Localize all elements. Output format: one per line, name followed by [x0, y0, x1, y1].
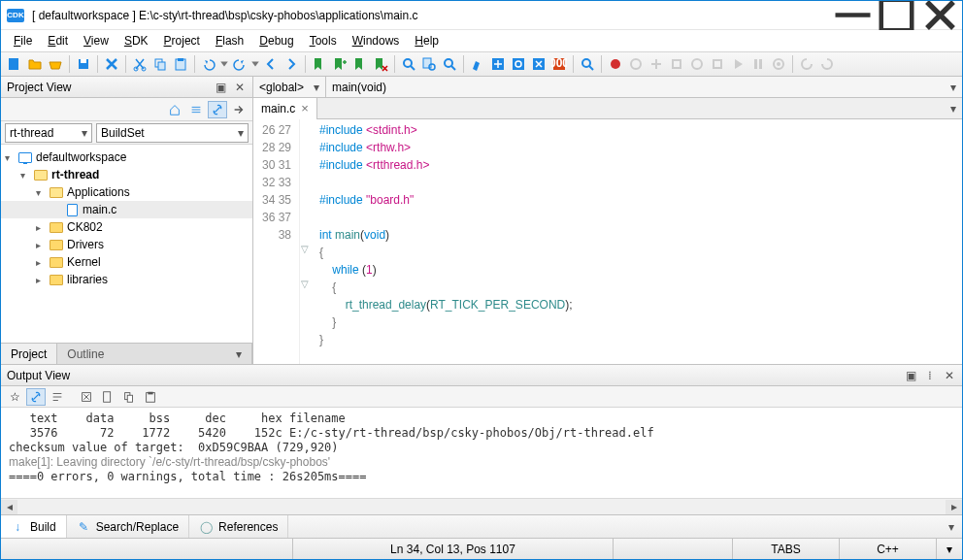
- output-scrollbar[interactable]: ◂ ▸: [1, 498, 962, 514]
- project-tree[interactable]: ▾defaultworkspace▾rt-thread▾Applications…: [1, 145, 252, 343]
- output-paste-icon[interactable]: [141, 388, 160, 406]
- bottom-tabs-menu-icon[interactable]: ▾: [941, 520, 962, 534]
- bookmark-clear-icon[interactable]: [371, 54, 390, 74]
- open-folder-icon[interactable]: [25, 54, 45, 74]
- tree-item-libraries[interactable]: ▸libraries: [1, 271, 252, 288]
- bookmark-toggle-icon[interactable]: [330, 54, 349, 74]
- tree-item-rt-thread[interactable]: ▾rt-thread: [1, 166, 252, 183]
- output-save-icon[interactable]: [98, 388, 117, 406]
- tree-item-kernel[interactable]: ▸Kernel: [1, 253, 252, 271]
- close-tab-icon[interactable]: ×: [301, 101, 309, 115]
- maximize-button[interactable]: [875, 1, 918, 30]
- main-toolbar: 000: [1, 51, 962, 77]
- panel-close-icon[interactable]: ✕: [233, 81, 247, 94]
- debug-tool4-icon[interactable]: [687, 54, 707, 74]
- tree-item-applications[interactable]: ▾Applications: [1, 183, 252, 201]
- dropdown-icon[interactable]: [219, 54, 229, 74]
- new-file-icon[interactable]: [5, 54, 24, 74]
- find-files-icon[interactable]: [419, 54, 439, 74]
- paste-icon[interactable]: [171, 54, 190, 74]
- debug-tool2-icon[interactable]: [647, 54, 666, 74]
- output-clear-icon[interactable]: [77, 388, 96, 406]
- redo-icon[interactable]: [230, 54, 249, 74]
- highlight-icon[interactable]: [468, 54, 487, 74]
- panel-undock-icon[interactable]: ▣: [214, 81, 227, 94]
- tab-project[interactable]: Project: [1, 344, 57, 364]
- debug-tool3-icon[interactable]: [667, 54, 686, 74]
- panel-undock-icon[interactable]: ▣: [904, 369, 917, 382]
- tree-collapse-icon[interactable]: [186, 101, 206, 118]
- scroll-left-icon[interactable]: ◂: [1, 500, 17, 514]
- output-star-icon[interactable]: ☆: [5, 388, 24, 406]
- clean-icon[interactable]: [529, 54, 548, 74]
- tab-menu-icon[interactable]: ▾: [945, 102, 962, 115]
- find-resource-icon[interactable]: [440, 54, 459, 74]
- buildset-select[interactable]: BuildSet▾: [96, 123, 249, 143]
- code-editor[interactable]: 26 27 28 29 30 31 32 33 34 35 36 37 38 ▽…: [253, 119, 962, 364]
- menu-file[interactable]: File: [7, 32, 39, 49]
- bookmark-next-icon[interactable]: [350, 54, 370, 74]
- find-icon[interactable]: [399, 54, 418, 74]
- menu-flash[interactable]: Flash: [209, 32, 250, 49]
- cut-icon[interactable]: [130, 54, 149, 74]
- record-icon[interactable]: [606, 54, 625, 74]
- project-view-panel: Project View ▣ ✕ rt-thread▾ BuildSet▾ ▾d…: [1, 77, 253, 364]
- close-button[interactable]: [918, 1, 962, 30]
- bottom-tab-build[interactable]: ↓Build: [1, 515, 67, 539]
- tree-link-icon[interactable]: [208, 101, 227, 118]
- svg-rect-3: [81, 59, 86, 63]
- output-text[interactable]: text data bss dec hex filename 3576 72 1…: [1, 408, 962, 498]
- status-tabs: TABS: [732, 539, 839, 559]
- output-wrap-icon[interactable]: [48, 388, 67, 406]
- undo-icon[interactable]: [199, 54, 218, 74]
- save-icon[interactable]: [74, 54, 93, 74]
- stop-build-icon[interactable]: 000: [549, 54, 569, 74]
- menu-sdk[interactable]: SDK: [117, 32, 155, 49]
- project-select[interactable]: rt-thread▾: [5, 123, 92, 143]
- minimize-button[interactable]: [831, 1, 875, 30]
- panel-close-icon[interactable]: ✕: [943, 369, 956, 382]
- debug-tool5-icon[interactable]: [708, 54, 727, 74]
- output-link-icon[interactable]: [26, 388, 46, 406]
- menu-tools[interactable]: Tools: [303, 32, 344, 49]
- menu-edit[interactable]: Edit: [41, 32, 75, 49]
- file-tab-main-c[interactable]: main.c ×: [253, 98, 317, 119]
- menu-view[interactable]: View: [77, 32, 116, 49]
- tree-home-icon[interactable]: [165, 101, 184, 118]
- pause-icon[interactable]: [748, 54, 768, 74]
- copy-icon[interactable]: [150, 54, 170, 74]
- menu-debug[interactable]: Debug: [252, 32, 300, 49]
- tree-item-defaultworkspace[interactable]: ▾defaultworkspace: [1, 148, 252, 166]
- dropdown-icon[interactable]: [250, 54, 260, 74]
- status-menu-icon[interactable]: ▾: [936, 539, 962, 559]
- build-icon[interactable]: [488, 54, 508, 74]
- menu-project[interactable]: Project: [157, 32, 207, 49]
- menu-windows[interactable]: Windows: [346, 32, 407, 49]
- step-fwd-icon[interactable]: [817, 54, 837, 74]
- open-file-icon[interactable]: [46, 54, 65, 74]
- nav-fwd-icon[interactable]: [282, 54, 301, 74]
- rebuild-icon[interactable]: [509, 54, 528, 74]
- function-select[interactable]: main(void)▾: [326, 77, 962, 97]
- tree-item-ck802[interactable]: ▸CK802: [1, 218, 252, 236]
- tree-goto-icon[interactable]: [229, 101, 249, 118]
- tree-item-drivers[interactable]: ▸Drivers: [1, 236, 252, 253]
- zoom-icon[interactable]: [578, 54, 597, 74]
- menu-help[interactable]: Help: [408, 32, 446, 49]
- settings-icon[interactable]: [769, 54, 788, 74]
- step-back-icon[interactable]: [797, 54, 816, 74]
- output-copy-icon[interactable]: [119, 388, 139, 406]
- scroll-right-icon[interactable]: ▸: [946, 500, 962, 514]
- nav-back-icon[interactable]: [261, 54, 281, 74]
- bottom-tab-search-replace[interactable]: ✎Search/Replace: [67, 515, 189, 539]
- bottom-tab-references[interactable]: ◯References: [189, 515, 288, 539]
- svg-point-22: [631, 59, 641, 69]
- bookmark-prev-icon[interactable]: [310, 54, 329, 74]
- scope-select[interactable]: <global>▾: [253, 77, 326, 97]
- panel-pin-icon[interactable]: ⁞: [923, 369, 937, 382]
- run-icon[interactable]: [728, 54, 747, 74]
- tab-outline[interactable]: Outline▾: [57, 344, 252, 364]
- close-x-icon[interactable]: [102, 54, 121, 74]
- debug-tool1-icon[interactable]: [626, 54, 646, 74]
- tree-item-main-c[interactable]: main.c: [1, 201, 252, 218]
